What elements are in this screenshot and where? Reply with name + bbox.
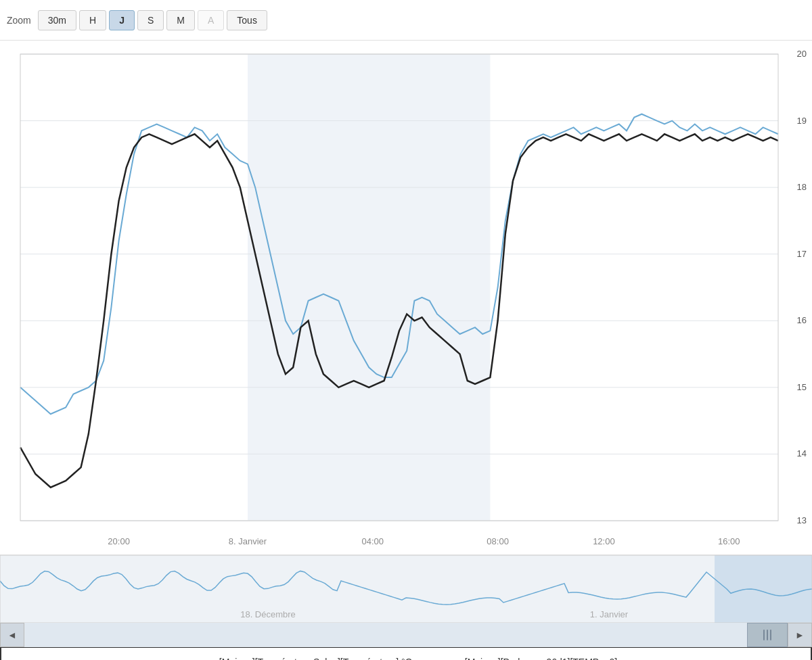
chart-canvas[interactable]: [0, 41, 812, 555]
scrollbar-thumb[interactable]: [747, 623, 788, 647]
zoom-H-button[interactable]: H: [79, 10, 106, 30]
thumb-grip: [763, 630, 771, 640]
zoom-tous-button[interactable]: Tous: [227, 10, 267, 30]
scrollbar-row: ◄ ►: [0, 622, 812, 646]
zoom-J-button[interactable]: J: [109, 10, 135, 30]
toolbar: Zoom 30m H J S M A Tous: [0, 0, 812, 41]
scrollbar-track[interactable]: [24, 623, 788, 647]
zoom-M-button[interactable]: M: [166, 10, 195, 30]
thumb-line-2: [767, 630, 768, 640]
thumb-line-1: [763, 630, 765, 640]
navigator-canvas[interactable]: [0, 555, 812, 623]
legend-separator: —: [422, 657, 431, 660]
zoom-30m-button[interactable]: 30m: [38, 10, 76, 30]
legend-black-label: [Maison][Prologue_96d1][TEMP – 0]: [465, 657, 617, 660]
zoom-A-button[interactable]: A: [198, 10, 224, 30]
legend-blue-label: [Maison][Température Salon][Température]…: [219, 657, 412, 660]
zoom-label: Zoom: [7, 15, 31, 26]
thumb-line-3: [770, 630, 771, 640]
scroll-right-button[interactable]: ►: [788, 623, 812, 647]
navigator: [0, 555, 812, 622]
scroll-left-button[interactable]: ◄: [0, 623, 24, 647]
main-chart: [0, 41, 812, 555]
legend: [Maison][Température Salon][Température]…: [0, 646, 812, 660]
zoom-S-button[interactable]: S: [137, 10, 164, 30]
